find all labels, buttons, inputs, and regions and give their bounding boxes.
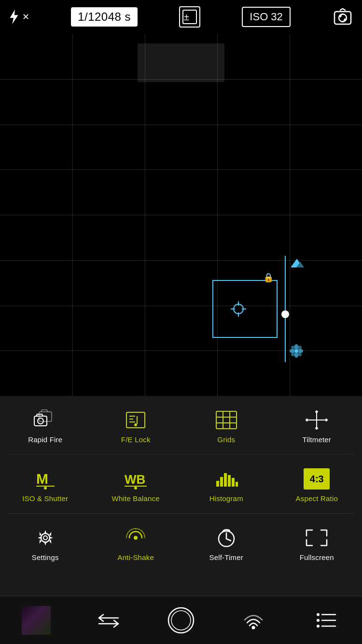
svg-point-28 [134, 423, 137, 426]
histogram-label: Histogram [209, 494, 243, 503]
crosshair-icon [230, 300, 247, 318]
svg-point-67 [317, 619, 320, 622]
svg-rect-53 [228, 475, 231, 487]
controls-row-1: Rapid Fire F/E Lock [0, 396, 362, 454]
lock-icon: 🔒 [263, 272, 274, 283]
svg-point-21 [38, 418, 43, 424]
iso-shutter-button[interactable]: M ISO & Shutter [0, 460, 91, 508]
back-forward-button[interactable] [94, 606, 123, 635]
menu-button[interactable] [311, 606, 340, 635]
settings-label: Settings [32, 553, 59, 561]
anti-shake-button[interactable]: Anti-Shake [91, 518, 181, 567]
svg-rect-29 [216, 411, 237, 429]
iso-display[interactable]: ISO 32 [242, 7, 290, 27]
macro-icon [290, 344, 303, 361]
white-balance-button[interactable]: WB White Balance [91, 460, 181, 508]
tiltmeter-button[interactable]: Tiltmeter [272, 401, 362, 449]
settings-button[interactable]: Settings [0, 518, 91, 567]
aspect-ratio-button[interactable]: 4:3 Aspect Ratio [272, 460, 362, 508]
svg-point-57 [43, 536, 47, 540]
anti-shake-label: Anti-Shake [118, 553, 154, 561]
svg-point-56 [41, 533, 50, 542]
tiltmeter-icon [304, 409, 330, 431]
grids-label: Grids [217, 435, 235, 444]
svg-rect-55 [236, 482, 238, 487]
svg-point-3 [339, 14, 347, 22]
viewfinder[interactable]: 🔒 [0, 34, 362, 396]
aspect-ratio-icon: 4:3 [304, 468, 330, 490]
svg-rect-52 [224, 473, 227, 487]
signal-icon [242, 609, 265, 631]
svg-text:WB: WB [125, 472, 145, 487]
fe-lock-icon [123, 409, 149, 431]
svg-rect-54 [232, 478, 235, 487]
menu-icon [315, 612, 336, 629]
back-forward-icon [97, 613, 121, 628]
fe-lock-button[interactable]: F/E Lock [91, 401, 181, 449]
flash-icon [9, 10, 19, 24]
controls-panel: Rapid Fire F/E Lock [0, 396, 362, 596]
flip-camera-icon [334, 8, 352, 26]
svg-point-11 [294, 349, 298, 353]
exposure-line [285, 256, 286, 362]
svg-point-65 [317, 613, 320, 616]
landscape-icon [290, 257, 304, 272]
svg-rect-50 [216, 481, 219, 487]
fe-lock-label: F/E Lock [121, 435, 151, 444]
histogram-button[interactable]: Histogram [181, 460, 272, 508]
svg-text:±: ± [184, 12, 189, 22]
rapid-fire-label: Rapid Fire [28, 435, 62, 444]
signal-button[interactable] [239, 606, 268, 635]
rapid-fire-icon [32, 409, 58, 431]
svg-rect-51 [220, 477, 223, 487]
svg-point-63 [171, 611, 191, 630]
svg-point-58 [134, 536, 138, 540]
grids-button[interactable]: Grids [181, 401, 272, 449]
aspect-ratio-badge: 4:3 [304, 468, 330, 490]
anti-shake-icon [123, 527, 149, 548]
shutter-button[interactable] [167, 606, 195, 635]
controls-row-3: Settings Anti-Shake [0, 514, 362, 572]
shutter-icon [167, 607, 195, 634]
tiltmeter-label: Tiltmeter [302, 435, 331, 444]
focus-bracket: 🔒 [212, 280, 278, 338]
photo-thumbnail [22, 606, 51, 635]
self-timer-button[interactable]: Self-Timer [181, 518, 272, 567]
rapid-fire-button[interactable]: Rapid Fire [0, 401, 91, 449]
white-balance-label: White Balance [112, 494, 160, 503]
svg-text:M: M [36, 471, 48, 487]
flash-control[interactable]: ✕ [9, 10, 29, 24]
svg-point-49 [134, 487, 137, 490]
fullscreen-button[interactable]: Fullscreen [272, 518, 362, 567]
histogram-icon [213, 468, 239, 490]
iso-shutter-label: ISO & Shutter [22, 494, 68, 503]
flip-camera-button[interactable] [332, 6, 353, 28]
svg-point-69 [317, 625, 320, 628]
bottom-bar [0, 596, 362, 644]
ev-icon: ± [182, 10, 197, 24]
exposure-dot[interactable] [281, 310, 289, 318]
flash-x-icon: ✕ [22, 12, 29, 22]
grid-overlay [0, 34, 362, 396]
controls-row-2: M ISO & Shutter WB White Balance [0, 455, 362, 513]
settings-icon [32, 527, 58, 548]
white-balance-icon: WB [123, 468, 149, 490]
thumbnail-button[interactable] [22, 606, 51, 635]
svg-point-64 [252, 626, 255, 629]
ev-button[interactable]: ± [179, 6, 200, 28]
top-bar: ✕ 1/12048 s ± ISO 32 [0, 0, 362, 34]
svg-point-62 [168, 608, 194, 633]
aspect-ratio-label: Aspect Ratio [296, 494, 338, 503]
iso-shutter-icon: M [32, 468, 58, 490]
self-timer-label: Self-Timer [209, 553, 243, 561]
grids-icon [213, 409, 239, 431]
self-timer-icon [213, 527, 239, 548]
shutter-speed-display[interactable]: 1/12048 s [71, 7, 138, 27]
fullscreen-label: Fullscreen [300, 553, 334, 561]
fullscreen-icon [304, 527, 330, 548]
svg-point-46 [44, 487, 47, 490]
